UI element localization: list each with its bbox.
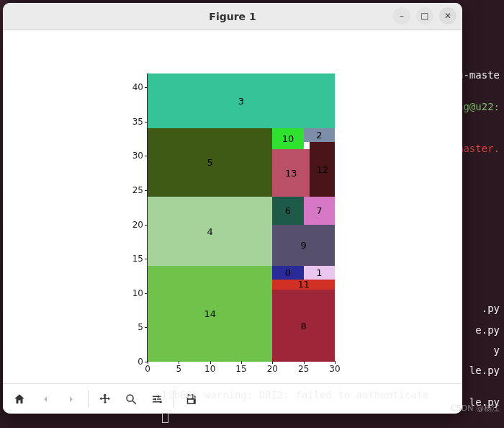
x-tick-label: 10 bbox=[204, 361, 215, 374]
y-tick-label: 15 bbox=[132, 254, 148, 264]
chart-rect: 6 bbox=[272, 197, 303, 224]
chart-rect: 10 bbox=[272, 128, 303, 149]
chart-rect: 5 bbox=[148, 128, 272, 197]
x-tick-label: 0 bbox=[145, 361, 150, 374]
close-icon: ✕ bbox=[444, 11, 451, 21]
plot-canvas[interactable]: 3541410213126790111805101520253035400510… bbox=[3, 30, 462, 383]
chart-rect: 7 bbox=[304, 197, 335, 224]
chart-rect: 13 bbox=[272, 149, 310, 197]
y-tick-label: 25 bbox=[132, 185, 148, 195]
chart-rect: 4 bbox=[148, 197, 272, 265]
close-button[interactable]: ✕ bbox=[439, 7, 456, 24]
move-icon bbox=[99, 393, 112, 406]
terminal-line: libEGL warning: DRI2: failed to authenti… bbox=[162, 389, 429, 401]
x-tick-label: 25 bbox=[298, 361, 309, 374]
chart-rect: 14 bbox=[148, 266, 272, 362]
y-tick-label: 35 bbox=[132, 117, 148, 127]
y-tick-label: 10 bbox=[132, 288, 148, 298]
pan-button[interactable] bbox=[93, 388, 117, 410]
figure-window: Figure 1 – □ ✕ 3541410213126790111805101… bbox=[3, 3, 462, 414]
svg-line-3 bbox=[132, 401, 136, 404]
chart-rect: 3 bbox=[148, 73, 335, 128]
home-icon bbox=[13, 393, 26, 406]
y-tick-label: 40 bbox=[132, 82, 148, 92]
window-title: Figure 1 bbox=[209, 11, 256, 22]
back-button[interactable] bbox=[33, 388, 58, 410]
y-tick-label: 5 bbox=[138, 322, 148, 332]
home-button[interactable] bbox=[7, 388, 32, 410]
y-tick-label: 30 bbox=[132, 151, 148, 161]
zoom-button[interactable] bbox=[119, 388, 143, 410]
y-tick-label: 20 bbox=[132, 220, 148, 230]
arrow-left-icon bbox=[40, 393, 51, 405]
maximize-icon: □ bbox=[420, 11, 428, 21]
toolbar-separator bbox=[88, 391, 89, 408]
x-tick-label: 30 bbox=[329, 361, 340, 374]
x-tick-label: 20 bbox=[267, 361, 278, 374]
bg-filename: y bbox=[494, 344, 500, 356]
chart-rect: 9 bbox=[272, 225, 335, 266]
chart-rect: 1 bbox=[304, 266, 335, 280]
x-tick-label: 15 bbox=[235, 361, 246, 374]
chart-rect: 12 bbox=[310, 142, 335, 197]
titlebar[interactable]: Figure 1 – □ ✕ bbox=[3, 3, 462, 30]
bg-filename: .py bbox=[482, 303, 500, 314]
minimize-button[interactable]: – bbox=[393, 7, 410, 24]
chart-rect: 2 bbox=[304, 128, 335, 142]
bg-filename: le.py bbox=[469, 365, 500, 376]
magnifier-icon bbox=[125, 393, 138, 406]
chart-axes: 3541410213126790111805101520253035400510… bbox=[147, 73, 334, 362]
bg-filename: e.py bbox=[475, 324, 500, 336]
window-controls: – □ ✕ bbox=[393, 7, 456, 24]
x-tick-label: 5 bbox=[176, 361, 182, 374]
maximize-button[interactable]: □ bbox=[416, 7, 433, 24]
svg-point-2 bbox=[127, 395, 133, 401]
forward-button[interactable] bbox=[59, 388, 84, 410]
arrow-right-icon bbox=[66, 393, 77, 405]
chart-rect: 8 bbox=[272, 290, 335, 362]
bg-filename: le.py bbox=[469, 396, 500, 408]
terminal-output: libEGL warning: DRI2: failed to authenti… bbox=[150, 378, 429, 424]
bg-prompt: ng@u22: bbox=[457, 101, 500, 112]
minimize-icon: – bbox=[400, 11, 404, 21]
terminal-cursor bbox=[162, 413, 168, 423]
chart-rect: 0 bbox=[272, 266, 303, 280]
chart-rect: 11 bbox=[272, 280, 335, 290]
